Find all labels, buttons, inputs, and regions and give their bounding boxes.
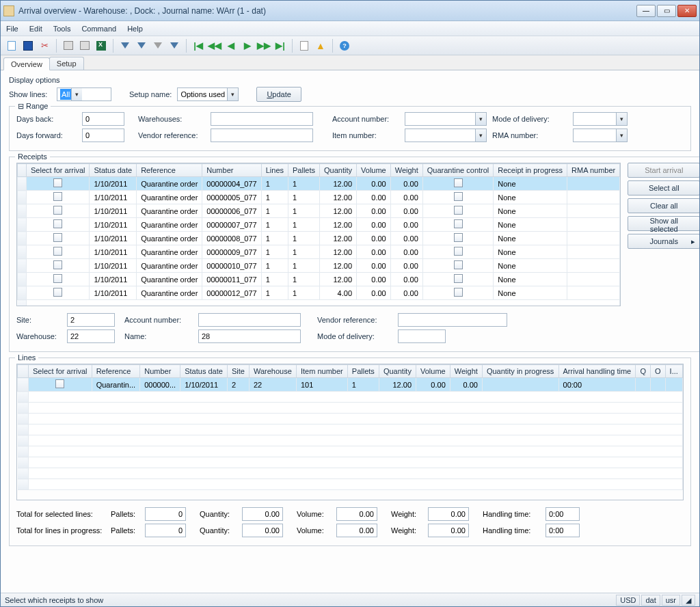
journals-button[interactable]: Journals▸ (628, 234, 699, 249)
column-header[interactable]: Site (227, 365, 249, 378)
prev-icon[interactable]: ◀ (224, 39, 238, 53)
table-row[interactable]: 1/10/2011Quarantine order00000004_07711 … (18, 177, 620, 191)
delete-icon[interactable]: ✂ (38, 39, 51, 53)
close-button[interactable]: ✕ (677, 5, 697, 17)
checkbox-icon[interactable] (53, 192, 62, 201)
excel-icon[interactable] (94, 39, 108, 53)
help-icon[interactable]: ? (338, 39, 351, 53)
warning-icon[interactable]: ▲ (314, 39, 327, 53)
menu-help[interactable]: Help (127, 25, 143, 33)
checkbox-icon[interactable] (454, 247, 463, 256)
menu-edit[interactable]: Edit (29, 25, 42, 33)
prev-page-icon[interactable]: ◀◀ (208, 39, 221, 53)
next-page-icon[interactable]: ▶▶ (257, 39, 271, 53)
column-header[interactable]: Pallets (288, 164, 320, 177)
checkbox-icon[interactable] (53, 260, 62, 269)
filter-icon[interactable] (118, 39, 132, 53)
filter-adv-icon[interactable] (167, 39, 181, 53)
checkbox-icon[interactable] (53, 233, 62, 242)
column-header[interactable]: Volume (357, 164, 391, 177)
checkbox-icon[interactable] (55, 379, 64, 388)
table-row[interactable]: 1/10/2011Quarantine order00000005_07711 … (18, 191, 620, 204)
tab-overview[interactable]: Overview (3, 57, 50, 70)
mode-input2[interactable] (398, 329, 446, 343)
column-header[interactable]: Select for arrival (29, 365, 92, 378)
checkbox-icon[interactable] (454, 274, 463, 283)
site-input[interactable] (67, 313, 115, 327)
show-all-selected-button[interactable]: Show all selected (628, 216, 699, 231)
menu-file[interactable]: File (6, 25, 18, 33)
column-header[interactable]: Item number (296, 365, 347, 378)
show-lines-combo[interactable]: All ▾ (57, 87, 111, 101)
checkbox-icon[interactable] (454, 233, 463, 242)
checkbox-icon[interactable] (454, 178, 463, 187)
column-header[interactable]: Receipt in progress (494, 164, 567, 177)
account-input[interactable] (198, 313, 301, 327)
filter-clear-icon[interactable] (151, 39, 165, 53)
minimize-button[interactable]: — (636, 5, 656, 17)
column-header[interactable]: O (650, 365, 665, 378)
checkbox-icon[interactable] (454, 206, 463, 215)
status-resize-icon[interactable]: ◢ (682, 595, 695, 606)
clear-all-button[interactable]: Clear all (628, 198, 699, 213)
checkbox-icon[interactable] (454, 219, 463, 228)
column-header[interactable]: Lines (261, 164, 288, 177)
column-header[interactable]: Weight (390, 164, 422, 177)
column-header[interactable]: Pallets (347, 365, 379, 378)
warehouses-input[interactable] (211, 112, 313, 126)
days-back-input[interactable] (82, 112, 124, 126)
start-arrival-button[interactable]: Start arrival (628, 163, 699, 178)
menu-command[interactable]: Command (81, 25, 116, 33)
checkbox-icon[interactable] (53, 219, 62, 228)
column-header[interactable]: Status date (90, 164, 137, 177)
name-input[interactable] (198, 329, 301, 343)
column-header[interactable]: Quantity (379, 365, 416, 378)
column-header[interactable]: Select for arrival (27, 164, 90, 177)
receipts-grid[interactable]: Select for arrivalStatus dateReferenceNu… (16, 163, 621, 306)
column-header[interactable]: Number (140, 365, 180, 378)
update-button[interactable]: Update (256, 87, 301, 102)
menu-tools[interactable]: Tools (53, 25, 71, 33)
checkbox-icon[interactable] (53, 206, 62, 215)
checkbox-icon[interactable] (53, 178, 62, 187)
column-header[interactable]: I... (665, 365, 682, 378)
column-header[interactable]: RMA number (567, 164, 620, 177)
column-header[interactable]: Reference (137, 164, 202, 177)
table-row[interactable]: 1/10/2011Quarantine order00000006_07711 … (18, 204, 620, 218)
next-icon[interactable]: ▶ (241, 39, 254, 53)
checkbox-icon[interactable] (454, 192, 463, 201)
setup-name-combo[interactable]: Options used ▾ (177, 87, 239, 101)
table-row[interactable]: Quarantin...000000...1/10/2011222101 112… (18, 378, 683, 392)
save-icon[interactable] (21, 39, 35, 53)
checkbox-icon[interactable] (454, 288, 463, 297)
column-header[interactable]: Status date (180, 365, 228, 378)
filter-by-sel-icon[interactable] (135, 39, 148, 53)
table-row[interactable]: 1/10/2011Quarantine order00000008_07711 … (18, 232, 620, 245)
table-row[interactable]: 1/10/2011Quarantine order00000011_07711 … (18, 273, 620, 286)
checkbox-icon[interactable] (53, 247, 62, 256)
warehouse-input[interactable] (67, 329, 115, 343)
checkbox-icon[interactable] (53, 274, 62, 283)
column-header[interactable]: Weight (450, 365, 482, 378)
maximize-button[interactable]: ▭ (657, 5, 676, 17)
select-all-button[interactable]: Select all (628, 180, 699, 195)
document-icon[interactable] (297, 39, 311, 53)
last-icon[interactable]: ▶| (273, 39, 287, 53)
column-header[interactable]: Quantity in progress (482, 365, 558, 378)
item-number-combo[interactable]: ▾ (405, 129, 487, 142)
column-header[interactable]: Reference (92, 365, 140, 378)
mode-combo[interactable]: ▾ (573, 112, 628, 126)
vendor-input2[interactable] (398, 313, 507, 327)
account-number-combo[interactable]: ▾ (405, 112, 487, 126)
table-row[interactable]: 1/10/2011Quarantine order00000009_07711 … (18, 245, 620, 259)
column-header[interactable]: Quantity (320, 164, 357, 177)
print-preview-icon[interactable] (78, 39, 92, 53)
column-header[interactable]: Volume (416, 365, 450, 378)
tab-setup[interactable]: Setup (49, 57, 84, 70)
column-header[interactable]: Warehouse (250, 365, 297, 378)
lines-grid[interactable]: Select for arrivalReferenceNumberStatus … (16, 364, 684, 500)
first-icon[interactable]: |◀ (191, 39, 205, 53)
days-forward-input[interactable] (82, 129, 124, 142)
checkbox-icon[interactable] (454, 260, 463, 269)
checkbox-icon[interactable] (53, 288, 62, 297)
